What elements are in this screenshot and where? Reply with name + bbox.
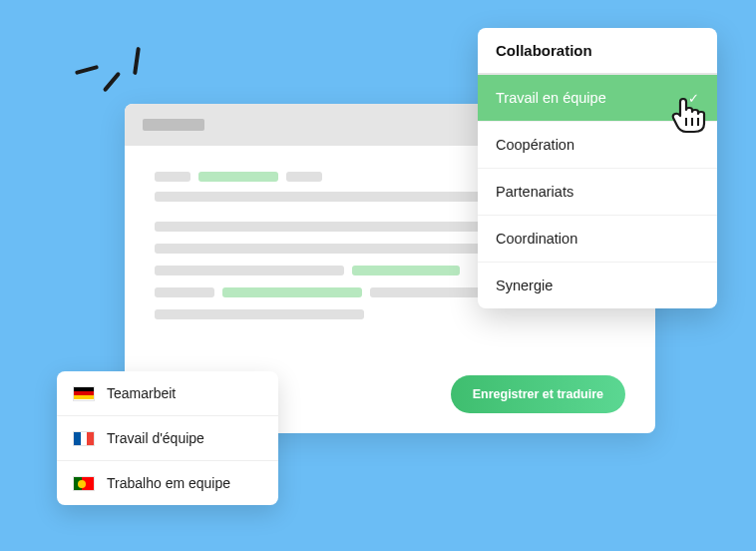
translation-label: Trabalho em equipe <box>107 475 230 491</box>
translation-label: Teamarbeit <box>107 385 176 401</box>
flag-pt-icon <box>73 476 95 491</box>
save-translate-button[interactable]: Enregistrer et traduire <box>451 375 625 413</box>
dropdown-item-label: Travail en équipe <box>496 90 606 106</box>
flag-de-icon <box>73 386 95 401</box>
dropdown-item-label: Coopération <box>496 137 574 153</box>
dropdown-header: Collaboration <box>478 28 717 75</box>
text-placeholder-row <box>155 309 625 319</box>
translation-label: Travail d'équipe <box>107 430 204 446</box>
dropdown-item-label: Partenariats <box>496 184 573 200</box>
titlebar-placeholder <box>143 119 204 131</box>
decoration-line <box>103 72 121 93</box>
check-icon: ✓ <box>688 91 699 106</box>
dropdown-item[interactable]: Synergie <box>478 263 717 308</box>
decoration-line <box>75 65 99 75</box>
dropdown-item[interactable]: Coordination <box>478 216 717 263</box>
decoration-line <box>133 47 141 75</box>
dropdown-item-label: Synergie <box>496 277 553 293</box>
translation-item-pt[interactable]: Trabalho em equipe <box>57 461 278 505</box>
dropdown-item-label: Coordination <box>496 231 577 247</box>
translations-popup: Teamarbeit Travail d'équipe Trabalho em … <box>57 371 278 505</box>
flag-fr-icon <box>73 431 95 446</box>
dropdown-item[interactable]: Partenariats <box>478 169 717 216</box>
dropdown-item[interactable]: Coopération <box>478 122 717 169</box>
synonym-dropdown: Collaboration Travail en équipe ✓ Coopér… <box>478 28 717 308</box>
translation-item-fr[interactable]: Travail d'équipe <box>57 416 278 461</box>
dropdown-item-selected[interactable]: Travail en équipe ✓ <box>478 75 717 122</box>
translation-item-de[interactable]: Teamarbeit <box>57 371 278 416</box>
